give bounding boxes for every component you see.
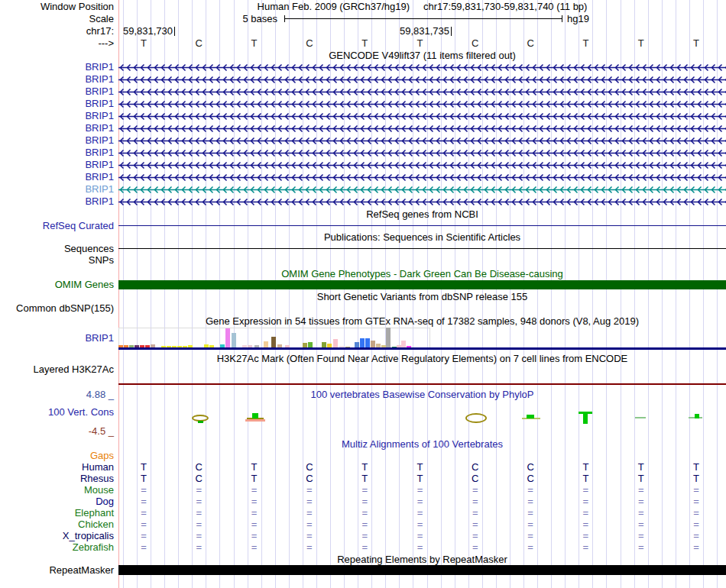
sequences-track[interactable]	[118, 243, 726, 255]
gene-label[interactable]: BRIP1	[0, 159, 116, 171]
repeatmasker-track[interactable]	[118, 565, 726, 576]
alignment-match-symbol: =	[306, 496, 313, 507]
refseq-curated-track[interactable]	[118, 220, 726, 232]
aligned-base-letter: C	[472, 473, 478, 484]
species-label[interactable]: Zebrafish	[0, 541, 116, 553]
gtex-gene-label[interactable]: BRIP1	[0, 327, 116, 350]
gene-label[interactable]: BRIP1	[0, 134, 116, 147]
refseq-curated-label[interactable]: RefSeq Curated	[0, 220, 116, 232]
gene-label[interactable]: BRIP1	[0, 147, 116, 159]
alignment-match-symbol: =	[583, 541, 589, 553]
species-label[interactable]: Human	[0, 461, 116, 473]
common-dbsnp-track[interactable]	[118, 302, 726, 315]
gene-arrows[interactable]	[118, 73, 726, 86]
alignment-match-symbol: =	[472, 541, 478, 553]
gtex-expression-track[interactable]	[118, 327, 726, 350]
aligned-base-letter: T	[251, 461, 258, 473]
genome-browser-image: Window Position Human Feb. 2009 (GRCh37/…	[0, 0, 726, 588]
alignment-match-symbol: =	[417, 507, 423, 519]
gene-label[interactable]: BRIP1	[0, 171, 116, 183]
omim-track-title: OMIM Gene Phenotypes - Dark Green Can Be…	[118, 268, 726, 279]
alignment-match-symbol: =	[472, 519, 478, 530]
gene-label[interactable]: BRIP1	[0, 122, 116, 134]
species-label[interactable]: Gaps	[0, 450, 116, 461]
sequences-label[interactable]: Sequences	[0, 243, 116, 255]
species-label[interactable]: Rhesus	[0, 473, 116, 484]
aligned-base-letter: T	[582, 473, 588, 484]
coordinate-left: 59,831,730	[118, 25, 173, 37]
multiz-row-rhesus: RhesusTCTCTTCCTTT	[0, 473, 726, 484]
alignment-track[interactable]: ===========	[118, 519, 726, 530]
omim-gene-bar[interactable]	[118, 280, 726, 289]
alignment-track[interactable]: TCTCTTCCTTT	[118, 473, 726, 484]
snps-label[interactable]: SNPs	[0, 254, 116, 267]
alignment-match-symbol: =	[306, 530, 313, 541]
species-label[interactable]: Chicken	[0, 519, 116, 530]
gene-arrows[interactable]	[118, 183, 726, 195]
alignment-track[interactable]: ===========	[118, 507, 726, 519]
gene-label[interactable]: BRIP1	[0, 86, 116, 98]
layered-h3k27ac-label[interactable]: Layered H3K27Ac	[0, 363, 116, 376]
repeatmasker-track-title: Repeating Elements by RepeatMasker	[118, 554, 726, 565]
omim-genes-track[interactable]	[118, 279, 726, 291]
conservation-label[interactable]: 100 Vert. Cons	[0, 406, 116, 418]
publications-track-title: Publications: Sequences in Scientific Ar…	[118, 231, 726, 243]
gene-row: BRIP1	[0, 171, 726, 183]
aligned-base-letter: C	[527, 461, 533, 473]
conservation-glyph	[695, 414, 699, 418]
alignment-match-symbol: =	[361, 507, 368, 519]
alignment-match-symbol: =	[527, 541, 533, 553]
gene-arrows[interactable]	[118, 61, 726, 73]
layered-h3k27ac-track[interactable]	[118, 363, 726, 376]
gene-row: BRIP1	[0, 86, 726, 98]
alignment-match-symbol: =	[693, 507, 699, 519]
alignment-match-symbol: =	[141, 484, 147, 496]
species-label[interactable]: X_tropicalis	[0, 530, 116, 541]
gene-label[interactable]: BRIP1	[0, 98, 116, 110]
alignment-match-symbol: =	[361, 530, 368, 541]
common-dbsnp-label[interactable]: Common dbSNP(155)	[0, 302, 116, 315]
snps-track[interactable]	[118, 254, 726, 267]
alignment-track[interactable]: ===========	[118, 484, 726, 496]
repeatmasker-label[interactable]: RepeatMasker	[0, 565, 116, 576]
gene-label[interactable]: BRIP1	[0, 183, 116, 195]
aligned-base-letter: T	[582, 461, 588, 473]
alignment-match-symbol: =	[472, 530, 478, 541]
species-label[interactable]: Mouse	[0, 484, 116, 496]
reference-sequence-track[interactable]: TCTCTTCCTTT	[118, 37, 726, 50]
alignment-track[interactable]: ===========	[118, 496, 726, 507]
gene-label[interactable]: BRIP1	[0, 195, 116, 208]
base-letter: T	[251, 37, 258, 50]
gene-label[interactable]: BRIP1	[0, 61, 116, 73]
gene-label[interactable]: BRIP1	[0, 110, 116, 122]
species-label[interactable]: Dog	[0, 496, 116, 507]
omim-genes-label[interactable]: OMIM Genes	[0, 279, 116, 291]
base-letter: T	[141, 37, 147, 50]
gene-arrows[interactable]	[118, 171, 726, 183]
gene-arrows[interactable]	[118, 86, 726, 98]
gene-arrows[interactable]	[118, 195, 726, 208]
h3k27ac-track-title: H3K27Ac Mark (Often Found Near Active Re…	[118, 353, 726, 364]
assembly-title: Human Feb. 2009 (GRCh37/hg19)	[258, 1, 410, 12]
gene-arrows[interactable]	[118, 98, 726, 110]
gene-label[interactable]: BRIP1	[0, 73, 116, 86]
alignment-track[interactable]: ===========	[118, 530, 726, 541]
gene-row: BRIP1	[0, 122, 726, 134]
alignment-track[interactable]: ===========	[118, 541, 726, 553]
alignment-match-symbol: =	[693, 530, 699, 541]
base-letter: C	[472, 37, 478, 50]
conservation-glyph	[635, 417, 646, 418]
alignment-match-symbol: =	[196, 507, 203, 519]
alignment-track[interactable]	[118, 450, 726, 461]
multiz-row-x_tropicalis: X_tropicalis===========	[0, 530, 726, 541]
multiz-row-mouse: Mouse===========	[0, 484, 726, 496]
species-label[interactable]: Elephant	[0, 507, 116, 519]
gene-arrows[interactable]	[118, 134, 726, 147]
gene-arrows[interactable]	[118, 159, 726, 171]
gene-arrows[interactable]	[118, 147, 726, 159]
aligned-base-letter: T	[141, 461, 147, 473]
gene-arrows[interactable]	[118, 122, 726, 134]
alignment-track[interactable]: TCTCTTCCTTT	[118, 461, 726, 473]
gene-arrows[interactable]	[118, 110, 726, 122]
repeatmasker-bar[interactable]	[118, 565, 726, 575]
